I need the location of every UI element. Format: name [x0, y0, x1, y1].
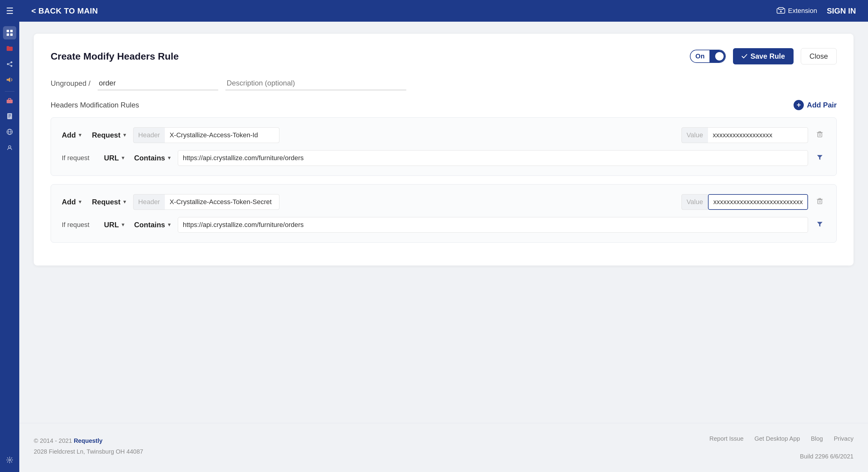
action-label-2: Add: [62, 198, 76, 206]
value-input-2[interactable]: [708, 194, 808, 210]
sidebar-divider: [5, 91, 14, 92]
footer-brand-link[interactable]: Requestly: [74, 437, 103, 444]
add-pair-icon: +: [794, 100, 804, 110]
contains-label-1: Contains: [134, 154, 165, 162]
rule-row-2-action: Add ▼ Request ▼ Header Value: [62, 194, 826, 210]
type-arrow-1: ▼: [122, 132, 127, 138]
svg-rect-3: [10, 33, 13, 36]
sidebar: ☰: [0, 0, 19, 472]
content-area: Create Modify Headers Rule On: [19, 22, 868, 423]
footer-right: Report Issue Get Desktop App Blog Privac…: [710, 435, 854, 460]
toggle-switch[interactable]: On: [690, 50, 726, 63]
value-field-1: Value: [681, 127, 808, 143]
rule-row-2-condition: If request URL ▼ Contains ▼: [62, 217, 826, 233]
extension-label: Extension: [788, 7, 817, 15]
sidebar-item-github[interactable]: [3, 141, 16, 154]
section-title-row: Headers Modification Rules + Add Pair: [51, 100, 837, 110]
blog-link[interactable]: Blog: [811, 435, 823, 442]
topnav-right: Extension SIGN IN: [777, 6, 856, 15]
footer-address: 2028 Fieldcrest Ln, Twinsburg OH 44087: [34, 446, 143, 457]
footer-links: Report Issue Get Desktop App Blog Privac…: [710, 435, 854, 442]
group-name-input[interactable]: [98, 76, 218, 90]
url-arrow-1: ▼: [121, 155, 125, 161]
footer-copyright-line: © 2014 - 2021 Requestly: [34, 435, 143, 446]
privacy-link[interactable]: Privacy: [834, 435, 854, 442]
section-title: Headers Modification Rules: [51, 101, 139, 109]
svg-point-6: [10, 65, 12, 67]
delete-rule-1[interactable]: [814, 129, 826, 141]
type-dropdown-1[interactable]: Request ▼: [92, 131, 127, 139]
filter-icon-2[interactable]: [814, 218, 826, 232]
value-input-1[interactable]: [708, 127, 808, 143]
type-arrow-2: ▼: [122, 199, 127, 205]
svg-point-5: [7, 63, 9, 65]
menu-icon[interactable]: ☰: [3, 3, 17, 19]
rule-row-1-condition: If request URL ▼ Contains ▼: [62, 150, 826, 166]
rule-block-2: Add ▼ Request ▼ Header Value: [51, 184, 837, 243]
type-dropdown-2[interactable]: Request ▼: [92, 198, 127, 206]
header-actions: On Save Rule Close: [690, 48, 837, 64]
svg-line-7: [9, 63, 10, 64]
url-value-input-2[interactable]: [178, 217, 808, 233]
action-arrow-2: ▼: [78, 199, 83, 205]
sidebar-item-grid[interactable]: [3, 26, 16, 39]
svg-point-21: [780, 10, 782, 12]
add-pair-button[interactable]: + Add Pair: [794, 100, 837, 110]
header-static-label-2: Header: [133, 194, 165, 210]
value-static-label-2: Value: [681, 194, 708, 210]
header-field-1: Header: [133, 127, 675, 143]
contains-dropdown-2[interactable]: Contains ▼: [134, 221, 172, 229]
url-arrow-2: ▼: [121, 222, 125, 228]
sidebar-item-megaphone[interactable]: [3, 73, 16, 87]
sign-in-button[interactable]: SIGN IN: [827, 6, 856, 15]
action-dropdown-1[interactable]: Add ▼: [62, 131, 86, 139]
sidebar-item-share[interactable]: [3, 58, 16, 71]
svg-rect-9: [7, 100, 13, 103]
action-label-1: Add: [62, 131, 76, 139]
value-static-label-1: Value: [681, 127, 708, 143]
svg-point-4: [10, 61, 12, 63]
filter-icon-1[interactable]: [814, 151, 826, 165]
url-value-input-1[interactable]: [178, 150, 808, 166]
card-title: Create Modify Headers Rule: [51, 51, 179, 62]
action-arrow-1: ▼: [78, 132, 83, 138]
sidebar-item-folder[interactable]: [3, 42, 16, 55]
contains-arrow-1: ▼: [167, 155, 172, 161]
url-dropdown-1[interactable]: URL ▼: [104, 154, 128, 162]
value-field-2: Value: [681, 194, 808, 210]
action-dropdown-2[interactable]: Add ▼: [62, 198, 86, 206]
description-input[interactable]: [225, 76, 406, 90]
sidebar-item-globe[interactable]: [3, 125, 16, 138]
close-button[interactable]: Close: [801, 48, 837, 64]
group-section: Ungrouped /: [51, 76, 837, 90]
header-value-input-2[interactable]: [165, 194, 279, 210]
sidebar-item-settings[interactable]: [3, 453, 16, 467]
rule-block-1: Add ▼ Request ▼ Header Value: [51, 117, 837, 176]
report-issue-link[interactable]: Report Issue: [710, 435, 744, 442]
sidebar-item-briefcase[interactable]: [3, 94, 16, 107]
delete-rule-2[interactable]: [814, 196, 826, 208]
if-request-label-2: If request: [62, 221, 98, 229]
save-rule-label: Save Rule: [750, 52, 785, 61]
header-value-input-1[interactable]: [165, 127, 279, 143]
main-card: Create Modify Headers Rule On: [34, 34, 854, 266]
sidebar-item-book[interactable]: [3, 109, 16, 123]
svg-rect-25: [818, 200, 822, 204]
sidebar-bottom: [3, 453, 16, 469]
contains-dropdown-1[interactable]: Contains ▼: [134, 154, 172, 162]
toggle-knob[interactable]: [710, 50, 725, 62]
contains-label-2: Contains: [134, 221, 165, 229]
topnav: < BACK TO MAIN Extension SIGN IN: [19, 0, 868, 22]
get-desktop-app-link[interactable]: Get Desktop App: [754, 435, 800, 442]
back-to-main-link[interactable]: < BACK TO MAIN: [31, 6, 98, 15]
type-label-1: Request: [92, 131, 121, 139]
extension-button[interactable]: Extension: [777, 7, 817, 15]
header-static-label-1: Header: [133, 127, 165, 143]
url-dropdown-2[interactable]: URL ▼: [104, 221, 128, 229]
svg-rect-22: [818, 133, 822, 137]
copyright-text: © 2014 - 2021: [34, 437, 72, 444]
url-label-1: URL: [104, 154, 119, 162]
save-rule-button[interactable]: Save Rule: [733, 48, 794, 64]
rule-row-1-action: Add ▼ Request ▼ Header Value: [62, 127, 826, 143]
group-label: Ungrouped /: [51, 79, 90, 88]
